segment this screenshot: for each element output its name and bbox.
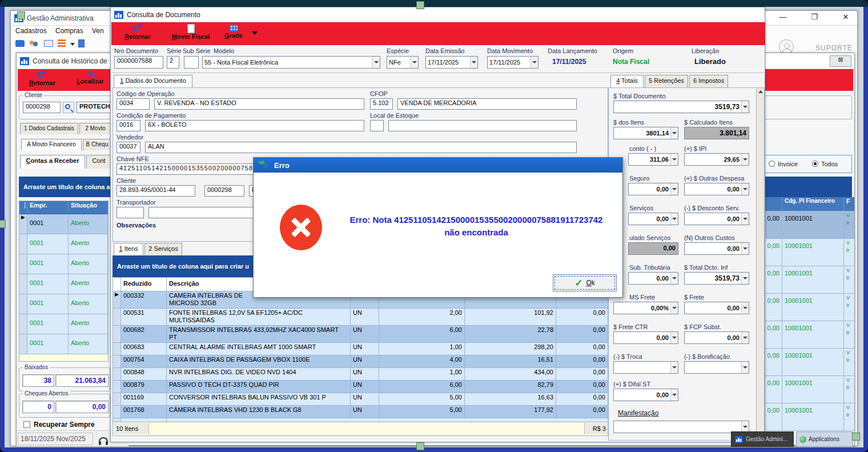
list-icon[interactable] — [58, 39, 66, 47]
historico-cliente-codigo[interactable]: 0000298 — [23, 102, 61, 113]
vendedor-input[interactable]: 00037 — [116, 142, 140, 153]
tab-retencoes[interactable]: 5 Retenções — [645, 75, 688, 87]
dropdown-icon[interactable] — [531, 57, 538, 68]
taskbar-app1-button[interactable]: Gestão Admini... — [731, 431, 794, 447]
tab-itens[interactable]: 1 Itens — [114, 243, 143, 255]
cfop-input[interactable]: 5.102 — [370, 98, 393, 110]
users-icon[interactable] — [29, 39, 38, 47]
item-row[interactable]: 000879PASSIVO D TECH DT-3375 QUAD PIRUN6… — [113, 381, 608, 393]
frete-ctr-combo[interactable]: 0,00 — [613, 331, 678, 344]
total-dcto-combo[interactable]: 3519,73 — [684, 272, 749, 285]
outros-custos-combo[interactable]: 0,00 — [684, 242, 749, 255]
dropdown-icon[interactable] — [741, 183, 749, 195]
tab-dados-cadastrais[interactable]: 1 Dados Cadastrais — [20, 123, 78, 134]
dropdown-icon[interactable] — [372, 57, 380, 68]
servicos-combo[interactable]: 0,00 — [628, 213, 678, 225]
fin-row[interactable]: 0,0010001001V Ir — [764, 349, 854, 376]
serie-input[interactable]: 2 — [167, 56, 179, 69]
card-icon[interactable] — [44, 40, 53, 47]
ipi-combo[interactable]: 29,65 — [684, 153, 749, 166]
capture-handle[interactable] — [416, 1, 424, 9]
dropdown-icon[interactable] — [670, 302, 678, 314]
item-row[interactable]: 001768CÂMERA INTELBRAS VHD 1230 B BLACK … — [113, 406, 608, 418]
blue-doc-icon[interactable] — [78, 39, 85, 47]
historico-row[interactable]: 0001Aberto — [19, 254, 108, 274]
historico-row[interactable]: 0001Aberto — [19, 334, 108, 354]
total-documento-combo[interactable]: 3519,73 — [613, 101, 749, 113]
fin-col-header-tail[interactable]: F — [844, 197, 854, 211]
fin-col-header[interactable]: Cdg. Pl Financeiro — [782, 197, 844, 211]
fin-row[interactable]: 0,0010001001V Ir — [764, 321, 854, 349]
dropdown-icon[interactable] — [741, 332, 749, 343]
historico-close-button[interactable]: ⊠ — [830, 55, 851, 67]
item-row[interactable]: 000683CENTRAL ALARME INTELBRAS AMT 1000 … — [113, 343, 608, 355]
dropdown-icon[interactable] — [741, 101, 749, 113]
subserie-input[interactable] — [184, 56, 199, 69]
historico-retornar-button[interactable]: Retornar — [21, 70, 63, 86]
suporte-label[interactable]: SUPORTE — [815, 44, 853, 52]
estoque-input[interactable] — [370, 120, 384, 131]
totais-scrollbar[interactable] — [756, 88, 764, 441]
retornar-button[interactable]: Retornar — [117, 23, 158, 40]
dropdown-icon[interactable] — [741, 154, 749, 165]
tab-dados-documento[interactable]: 1 Dados do Documento — [114, 75, 192, 87]
tab-movto-financeiro[interactable]: A Movto Financeiro — [21, 139, 82, 150]
dropdown-icon[interactable] — [670, 362, 678, 373]
headphones-icon[interactable] — [99, 437, 108, 442]
historico-localizar-button[interactable]: Localizar — [68, 70, 112, 85]
cliente-cnpj-input[interactable]: 28.893.495/0001-44 — [116, 185, 195, 197]
item-row[interactable]: 000531FONTE INTELBRAS 12,0V 5A EF1205+ A… — [113, 309, 608, 326]
close-button[interactable]: ✕ — [837, 13, 854, 21]
col-reduzido[interactable]: Reduzido — [121, 278, 167, 291]
dropdown-icon[interactable] — [411, 57, 418, 68]
item-row[interactable]: 000848NVR INTELBRAS DIG. DE VIDEO NVD 14… — [113, 368, 608, 381]
tab-totais[interactable]: 4 Totais — [610, 75, 644, 87]
dropdown-icon[interactable] — [670, 213, 678, 225]
fin-row[interactable]: 0,0010001001V Ir — [764, 266, 854, 294]
recuperar-checkbox[interactable] — [23, 421, 30, 428]
dropdown-icon[interactable] — [670, 389, 678, 401]
emissao-combo[interactable]: 17/11/2025 — [425, 56, 478, 69]
bonificacao-combo[interactable] — [684, 361, 749, 374]
menu-vendas[interactable]: Ven — [92, 27, 104, 35]
item-row[interactable]: 000682TRANSMISSOR INTELBRAS 433,92MHZ XA… — [113, 326, 608, 343]
sub-tributaria-combo[interactable]: 0,00 — [628, 272, 678, 285]
tab-contas-pagar[interactable]: Cont — [86, 155, 111, 169]
desconto-combo[interactable]: 311,06 — [628, 153, 678, 166]
fin-row[interactable]: 0,0010001001V Ir — [764, 239, 854, 266]
dropdown-icon[interactable] — [670, 273, 678, 284]
item-row[interactable]: 001169CONVERSOR INTELBRAS BALUN PASSIVO … — [113, 393, 608, 406]
dropdown-icon[interactable] — [741, 213, 749, 225]
tab-servicos[interactable]: 2 Serviços — [144, 243, 182, 255]
folder-icon[interactable] — [15, 40, 25, 47]
capture-handle[interactable] — [852, 433, 860, 441]
capture-handle[interactable] — [416, 442, 424, 450]
transportador-input[interactable] — [116, 207, 144, 218]
troca-combo[interactable] — [613, 361, 678, 374]
fin-row[interactable]: 0,0010001001V Ir — [764, 376, 854, 403]
item-row-clipped[interactable] — [113, 418, 608, 422]
fin-row[interactable]: 0,0010001001V Ir — [764, 403, 854, 431]
especie-combo[interactable]: NFe — [387, 56, 419, 69]
capture-handle[interactable] — [17, 11, 25, 19]
dropdown-icon[interactable] — [741, 302, 749, 314]
grade-dropdown-icon[interactable] — [252, 31, 258, 35]
taskbar-app2-button[interactable]: Applications — [796, 431, 853, 447]
historico-row[interactable]: 0001Aberto — [19, 294, 108, 314]
historico-row[interactable]: 0001Aberto — [19, 234, 108, 254]
tab-cheques[interactable]: B Chequ — [83, 139, 111, 150]
modelo-combo[interactable]: 55 - Nota Fiscal Eletrônica — [202, 56, 380, 69]
menu-cadastros[interactable]: Cadastros — [15, 27, 47, 35]
movimento-combo[interactable]: 17/11/2025 — [487, 56, 539, 69]
dropdown-icon[interactable] — [470, 57, 477, 68]
tab-movto[interactable]: 2 Movto — [79, 123, 111, 134]
col-situacao[interactable]: Situação — [69, 201, 108, 214]
dropdown-icon[interactable] — [741, 421, 749, 433]
restore-button[interactable]: ❐ — [806, 13, 823, 21]
cond-input[interactable]: 0016 — [116, 120, 140, 131]
historico-row[interactable]: ▶0001Aberto — [19, 214, 108, 234]
menu-compras[interactable]: Compras — [55, 27, 83, 35]
difal-combo[interactable]: 0,00 — [613, 389, 678, 401]
item-row[interactable]: 000754CAIXA INTELBRAS DE PASSAGEM VBOX 1… — [113, 355, 608, 368]
dropdown-icon[interactable] — [741, 243, 749, 254]
